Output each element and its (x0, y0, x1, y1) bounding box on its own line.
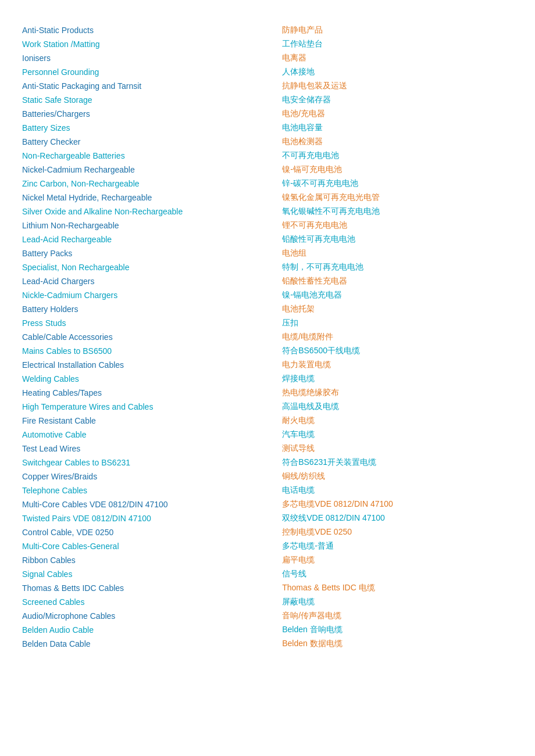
menu-item-chinese: 锌-碳不可再充电电池 (277, 177, 518, 191)
menu-item-english[interactable]: Fire Resistant Cable (17, 414, 277, 428)
menu-item-chinese: 信号线 (277, 567, 518, 581)
menu-item-english[interactable]: Ribbon Cables (17, 553, 277, 567)
list-item[interactable]: Signal Cables信号线 (17, 567, 518, 581)
menu-item-english[interactable]: Belden Data Cable (17, 637, 277, 651)
menu-item-english[interactable]: Multi-Core Cables VDE 0812/DIN 47100 (17, 497, 277, 511)
list-item[interactable]: Nickle-Cadmium Chargers镍-镉电池充电器 (17, 288, 518, 302)
list-item[interactable]: Cable/Cable Accessories电缆/电缆附件 (17, 330, 518, 344)
menu-table: Anti-Static Products防静电产品Work Station /M… (17, 23, 518, 651)
menu-item-english[interactable]: Lithium Non-Rechargeable (17, 218, 277, 232)
list-item[interactable]: Copper Wires/Braids铜线/纺织线 (17, 470, 518, 483)
menu-item-english[interactable]: Batteries/Chargers (17, 107, 277, 121)
list-item[interactable]: Mains Cables to BS6500符合BS6500干线电缆 (17, 344, 518, 358)
menu-item-english[interactable]: Press Studs (17, 316, 277, 330)
list-item[interactable]: Twisted Pairs VDE 0812/DIN 47100双绞线VDE 0… (17, 511, 518, 525)
menu-item-english[interactable]: Screened Cables (17, 595, 277, 609)
menu-item-english[interactable]: Static Safe Storage (17, 93, 277, 107)
menu-item-english[interactable]: Nickel Metal Hydride, Rechargeable (17, 191, 277, 205)
menu-item-english[interactable]: Telephone Cables (17, 483, 277, 497)
menu-item-english[interactable]: Multi-Core Cables-General (17, 539, 277, 553)
menu-item-english[interactable]: Silver Oxide and Alkaline Non-Rechargeab… (17, 205, 277, 218)
menu-item-english[interactable]: Audio/Microphone Cables (17, 609, 277, 623)
menu-item-chinese: 氧化银碱性不可再充电电池 (277, 205, 518, 218)
menu-item-english[interactable]: Non-Rechargeable Batteries (17, 149, 277, 163)
menu-item-english[interactable]: Control Cable, VDE 0250 (17, 525, 277, 539)
list-item[interactable]: Telephone Cables电话电缆 (17, 483, 518, 497)
list-item[interactable]: Battery Holders电池托架 (17, 302, 518, 316)
menu-item-english[interactable]: Battery Sizes (17, 121, 277, 135)
menu-item-chinese: 电池托架 (277, 302, 518, 316)
menu-item-chinese: 双绞线VDE 0812/DIN 47100 (277, 511, 518, 525)
list-item[interactable]: Lithium Non-Rechargeable锂不可再充电电池 (17, 218, 518, 232)
menu-item-english[interactable]: Electrical Installation Cables (17, 358, 277, 372)
menu-item-chinese: 电池电容量 (277, 121, 518, 135)
list-item[interactable]: Belden Audio CableBelden 音响电缆 (17, 623, 518, 637)
list-item[interactable]: Silver Oxide and Alkaline Non-Rechargeab… (17, 205, 518, 218)
menu-item-english[interactable]: Automotive Cable (17, 428, 277, 442)
list-item[interactable]: Audio/Microphone Cables音响/传声器电缆 (17, 609, 518, 623)
menu-item-english[interactable]: Work Station /Matting (17, 37, 277, 51)
list-item[interactable]: Anti-Static Products防静电产品 (17, 23, 518, 37)
menu-item-english[interactable]: Switchgear Cables to BS6231 (17, 456, 277, 470)
menu-item-english[interactable]: Copper Wires/Braids (17, 470, 277, 483)
menu-item-english[interactable]: Ionisers (17, 51, 277, 65)
list-item[interactable]: Nickel-Cadmium Rechargeable镍-镉可充电电池 (17, 163, 518, 177)
menu-item-english[interactable]: Anti-Static Packaging and Tarnsit (17, 79, 277, 93)
list-item[interactable]: Work Station /Matting工作站垫台 (17, 37, 518, 51)
list-item[interactable]: Batteries/Chargers电池/充电器 (17, 107, 518, 121)
list-item[interactable]: Personnel Grounding人体接地 (17, 65, 518, 79)
menu-item-english[interactable]: Nickle-Cadmium Chargers (17, 288, 277, 302)
list-item[interactable]: Fire Resistant Cable耐火电缆 (17, 414, 518, 428)
menu-item-english[interactable]: Nickel-Cadmium Rechargeable (17, 163, 277, 177)
menu-item-english[interactable]: Test Lead Wires (17, 442, 277, 456)
list-item[interactable]: Zinc Carbon, Non-Rechargeable锌-碳不可再充电电池 (17, 177, 518, 191)
menu-item-english[interactable]: Lead-Acid Rechargeable (17, 232, 277, 246)
menu-item-chinese: 符合BS6231开关装置电缆 (277, 456, 518, 470)
menu-item-english[interactable]: Battery Packs (17, 246, 277, 260)
list-item[interactable]: Press Studs压扣 (17, 316, 518, 330)
list-item[interactable]: Heating Cables/Tapes热电缆绝缘胶布 (17, 386, 518, 400)
menu-item-english[interactable]: Mains Cables to BS6500 (17, 344, 277, 358)
list-item[interactable]: Belden Data CableBelden 数据电缆 (17, 637, 518, 651)
menu-item-english[interactable]: Belden Audio Cable (17, 623, 277, 637)
menu-item-english[interactable]: Personnel Grounding (17, 65, 277, 79)
list-item[interactable]: Switchgear Cables to BS6231符合BS6231开关装置电… (17, 456, 518, 470)
list-item[interactable]: Ionisers电离器 (17, 51, 518, 65)
list-item[interactable]: Test Lead Wires测试导线 (17, 442, 518, 456)
list-item[interactable]: Ribbon Cables扁平电缆 (17, 553, 518, 567)
list-item[interactable]: Automotive Cable汽车电缆 (17, 428, 518, 442)
list-item[interactable]: Welding Cables焊接电缆 (17, 372, 518, 386)
list-item[interactable]: Static Safe Storage电安全储存器 (17, 93, 518, 107)
menu-item-english[interactable]: Heating Cables/Tapes (17, 386, 277, 400)
menu-item-english[interactable]: Twisted Pairs VDE 0812/DIN 47100 (17, 511, 277, 525)
menu-item-chinese: Belden 音响电缆 (277, 623, 518, 637)
list-item[interactable]: Battery Checker电池检测器 (17, 135, 518, 149)
menu-item-english[interactable]: Specialist, Non Rechargeable (17, 260, 277, 274)
menu-item-english[interactable]: Welding Cables (17, 372, 277, 386)
list-item[interactable]: Anti-Static Packaging and Tarnsit抗静电包装及运… (17, 79, 518, 93)
menu-item-english[interactable]: Battery Holders (17, 302, 277, 316)
menu-item-english[interactable]: Zinc Carbon, Non-Rechargeable (17, 177, 277, 191)
list-item[interactable]: Screened Cables屏蔽电缆 (17, 595, 518, 609)
menu-item-english[interactable]: Battery Checker (17, 135, 277, 149)
list-item[interactable]: Control Cable, VDE 0250控制电缆VDE 0250 (17, 525, 518, 539)
menu-item-english[interactable]: Cable/Cable Accessories (17, 330, 277, 344)
menu-item-english[interactable]: Anti-Static Products (17, 23, 277, 37)
list-item[interactable]: Multi-Core Cables-General多芯电缆-普通 (17, 539, 518, 553)
list-item[interactable]: Nickel Metal Hydride, Rechargeable镍氢化金属可… (17, 191, 518, 205)
menu-item-english[interactable]: Lead-Acid Chargers (17, 274, 277, 288)
menu-item-english[interactable]: High Temperature Wires and Cables (17, 400, 277, 414)
list-item[interactable]: High Temperature Wires and Cables高温电线及电缆 (17, 400, 518, 414)
list-item[interactable]: Specialist, Non Rechargeable特制，不可再充电电池 (17, 260, 518, 274)
list-item[interactable]: Non-Rechargeable Batteries不可再充电电池 (17, 149, 518, 163)
list-item[interactable]: Lead-Acid Chargers铅酸性蓄性充电器 (17, 274, 518, 288)
list-item[interactable]: Battery Sizes电池电容量 (17, 121, 518, 135)
list-item[interactable]: Electrical Installation Cables电力装置电缆 (17, 358, 518, 372)
menu-item-english[interactable]: Thomas & Betts IDC Cables (17, 581, 277, 595)
menu-item-chinese: 电缆/电缆附件 (277, 330, 518, 344)
list-item[interactable]: Lead-Acid Rechargeable铅酸性可再充电电池 (17, 232, 518, 246)
list-item[interactable]: Battery Packs电池组 (17, 246, 518, 260)
list-item[interactable]: Multi-Core Cables VDE 0812/DIN 47100多芯电缆… (17, 497, 518, 511)
list-item[interactable]: Thomas & Betts IDC CablesThomas & Betts … (17, 581, 518, 595)
menu-item-english[interactable]: Signal Cables (17, 567, 277, 581)
